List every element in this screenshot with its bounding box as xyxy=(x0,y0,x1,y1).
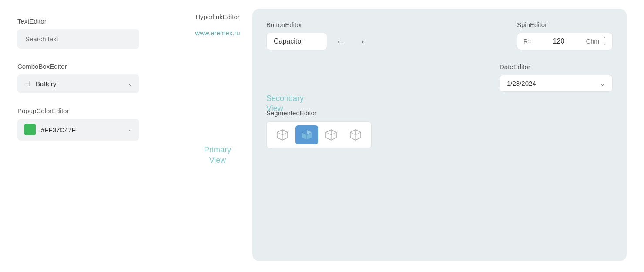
spin-value: 120 xyxy=(535,37,582,45)
svg-marker-2 xyxy=(282,130,288,135)
color-editor-label: PopupColorEditor xyxy=(17,107,183,114)
color-control[interactable]: #FF37C47F ⌄ xyxy=(17,119,139,141)
combobox-control[interactable]: ⊣ Battery ⌄ xyxy=(17,74,139,93)
spin-suffix: Ohm xyxy=(586,38,599,45)
left-editors: TextEditor ComboBoxEditor ⊣ Battery ⌄ Po… xyxy=(17,9,183,141)
segment-item-3[interactable] xyxy=(344,125,367,144)
text-editor-block: TextEditor xyxy=(17,17,183,49)
right-top-row: ButtonEditor ← → SpinEditor R= 120 Ohm ⌃… xyxy=(266,21,613,50)
text-editor-label: TextEditor xyxy=(17,17,183,25)
segmented-control xyxy=(266,121,372,148)
hyperlink-editor-label: HyperlinkEditor xyxy=(195,13,240,20)
button-editor-input[interactable] xyxy=(266,33,327,50)
color-value: #FF37C47F xyxy=(41,126,123,134)
spin-editor-label: SpinEditor xyxy=(517,21,613,28)
button-editor-label: ButtonEditor xyxy=(266,21,369,28)
color-swatch xyxy=(24,124,36,135)
svg-marker-10 xyxy=(331,130,336,135)
spin-editor-block: SpinEditor R= 120 Ohm ⌃ ⌄ xyxy=(517,21,613,50)
secondary-view-label: SecondaryView xyxy=(266,94,304,113)
segment-item-0[interactable] xyxy=(271,125,294,144)
svg-marker-9 xyxy=(326,130,331,135)
combobox-editor-block: ComboBoxEditor ⊣ Battery ⌄ xyxy=(17,63,183,93)
primary-view-label: PrimaryView xyxy=(204,145,231,164)
date-editor-label: DateEditor xyxy=(500,63,613,71)
color-chevron-icon: ⌄ xyxy=(128,127,132,133)
color-editor-block: PopupColorEditor #FF37C47F ⌄ xyxy=(17,107,183,141)
date-editor-block: DateEditor 1/28/2024 ⌄ xyxy=(500,63,613,92)
combobox-editor-label: ComboBoxEditor xyxy=(17,63,183,70)
spin-up-icon[interactable]: ⌃ xyxy=(603,37,606,41)
combobox-value: Battery xyxy=(36,80,123,87)
svg-marker-14 xyxy=(356,130,361,135)
spin-down-icon[interactable]: ⌄ xyxy=(603,41,606,46)
button-editor-block: ButtonEditor ← → xyxy=(266,21,369,50)
search-input[interactable] xyxy=(17,29,139,49)
segmented-editor-block: SegmentedEditor xyxy=(266,109,613,148)
date-chevron-icon: ⌄ xyxy=(600,80,605,87)
center-labels: HyperlinkEditor www.eremex.ru PrimaryVie… xyxy=(183,9,252,183)
hyperlink-value[interactable]: www.eremex.ru xyxy=(195,29,240,37)
combobox-chevron-icon: ⌄ xyxy=(128,81,132,87)
svg-marker-13 xyxy=(350,130,356,135)
button-editor-row: ← → xyxy=(266,33,369,50)
hyperlink-editor-block: HyperlinkEditor www.eremex.ru xyxy=(183,13,252,37)
date-control[interactable]: 1/28/2024 ⌄ xyxy=(500,75,613,92)
battery-icon: ⊣ xyxy=(24,80,30,88)
spin-control: R= 120 Ohm ⌃ ⌄ xyxy=(517,33,613,50)
spin-arrows[interactable]: ⌃ ⌄ xyxy=(603,37,606,46)
page-layout: TextEditor ComboBoxEditor ⊣ Battery ⌄ Po… xyxy=(17,9,627,261)
secondary-view-container: SecondaryView xyxy=(266,94,304,114)
primary-view-container: PrimaryView xyxy=(204,145,231,165)
segment-item-2[interactable] xyxy=(320,125,342,144)
svg-marker-1 xyxy=(277,130,282,135)
spin-prefix: R= xyxy=(523,38,531,45)
segment-item-1[interactable] xyxy=(295,125,318,144)
forward-button[interactable]: → xyxy=(353,35,369,48)
right-middle-row: DateEditor 1/28/2024 ⌄ xyxy=(266,63,613,92)
date-value: 1/28/2024 xyxy=(507,80,596,87)
right-panel: SecondaryView ButtonEditor ← → SpinEdito… xyxy=(252,9,627,261)
back-button[interactable]: ← xyxy=(332,35,348,48)
